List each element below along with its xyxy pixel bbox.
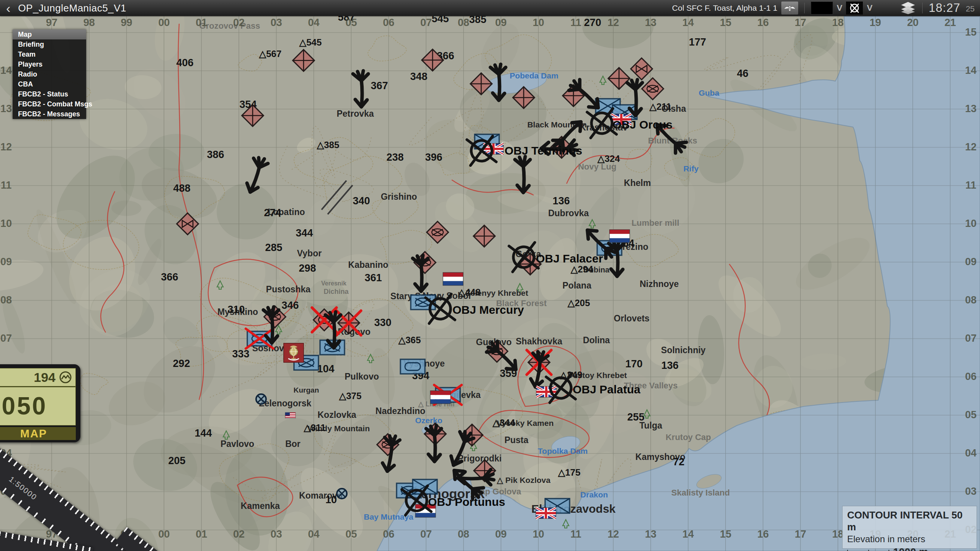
elevation-label: 298 — [299, 262, 316, 274]
elevation-label: △448 — [458, 287, 481, 297]
town-label: Nizhnoye — [640, 279, 679, 289]
elevation-label: 170 — [625, 358, 642, 370]
elevation-label: 367 — [371, 80, 388, 91]
flag-marker-us[interactable] — [285, 412, 296, 418]
elevation-label: △365 — [398, 335, 421, 345]
elevation-label: 361 — [364, 272, 382, 284]
water-label: Ozerko — [415, 416, 442, 425]
contour-interval-label: CONTOUR INTERVAL 50 m — [847, 509, 972, 533]
town-label: Kamenka — [241, 501, 280, 511]
grid-label-right: 14 — [965, 65, 977, 76]
marker-color-dropdown[interactable]: V — [837, 3, 843, 13]
grid-label-top: 03 — [271, 17, 282, 28]
menu-item-radio[interactable]: Radio — [13, 69, 86, 79]
grid-label-top: 12 — [608, 17, 619, 28]
grid-label-bottom: 03 — [271, 528, 282, 540]
menu-item-fbcb2-messages[interactable]: FBCB2 - Messages — [13, 109, 86, 119]
grid-label-bottom: 10 — [532, 528, 544, 540]
player-name: Col SFC F. Toast, Alpha 1-1 1 — [672, 3, 777, 13]
rank-insignia-icon[interactable] — [781, 2, 798, 15]
friendly-point-marker[interactable] — [256, 394, 266, 404]
grid-label-bottom: 14 — [683, 528, 694, 540]
menu-item-briefing[interactable]: Briefing — [13, 39, 86, 49]
water-label: Drakon — [580, 490, 608, 499]
gps-device: 194 6050 MAP — [0, 364, 80, 442]
objective-label: OBJ Portunus — [428, 496, 505, 508]
flag-marker-nl[interactable] — [609, 230, 630, 243]
minor-label: Veresnik — [321, 280, 346, 287]
water-label: Rify — [683, 164, 699, 173]
elevation-label: 238 — [386, 152, 403, 163]
elevation-label: △344 — [492, 417, 515, 428]
elevation-units-label: Elevation in meters — [847, 534, 972, 544]
flag-marker-uk[interactable] — [536, 508, 556, 518]
elevation-label: 72 — [673, 456, 684, 468]
grid-label-top: 06 — [383, 17, 394, 28]
grid-label-bottom: 11 — [570, 528, 581, 540]
grid-label-top: 10 — [532, 17, 544, 28]
grid-label-right: 06 — [965, 371, 977, 382]
friendly-unit-marker[interactable] — [413, 479, 437, 494]
marker-type-dropdown[interactable]: V — [867, 3, 872, 13]
back-icon[interactable]: ‹ — [6, 1, 10, 15]
grid-label-left: 10 — [0, 218, 12, 229]
marker-color-swatch[interactable] — [811, 2, 833, 15]
elevation-label: 346 — [281, 300, 299, 311]
flag-marker-usmc[interactable] — [284, 343, 304, 362]
grid-label-left: 14 — [0, 65, 12, 76]
elevation-label: △385 — [317, 140, 340, 150]
terrain-icon — [59, 370, 72, 384]
town-label: Kozlovka — [318, 410, 356, 420]
scale-bar-label: 1000 m — [893, 548, 928, 551]
grid-label-top: 19 — [870, 17, 881, 28]
menu-item-cba[interactable]: CBA — [13, 79, 86, 89]
divider — [922, 3, 923, 13]
minor-label: Grozovov Pass — [199, 21, 260, 31]
elevation-label: 348 — [410, 71, 427, 82]
grid-label-top: 99 — [121, 17, 132, 28]
flag-marker-nl[interactable] — [443, 272, 463, 285]
grid-label-top: 08 — [458, 17, 469, 28]
grid-label-bottom: 16 — [757, 528, 769, 540]
friendly-unit-marker[interactable] — [400, 359, 425, 374]
grid-label-top: 97 — [46, 17, 57, 28]
grid-label-right: 03 — [965, 486, 977, 497]
menu-item-fbcb2-combat-msgs[interactable]: FBCB2 - Combat Msgs — [13, 99, 86, 109]
minor-label: Krutoy Cap — [666, 432, 711, 442]
grid-label-right: 08 — [965, 294, 977, 306]
town-label: Khelm — [624, 178, 651, 188]
layers-icon[interactable] — [900, 2, 916, 15]
grid-label-bottom: 13 — [645, 528, 657, 540]
menu-item-fbcb2-status[interactable]: FBCB2 - Status — [13, 89, 86, 99]
grid-label-bottom: 05 — [345, 528, 357, 540]
town-label: Vybor — [297, 248, 322, 258]
grid-label-bottom: 09 — [495, 528, 507, 540]
elevation-label: 10 — [325, 494, 337, 505]
elevation-label: 488 — [173, 183, 190, 194]
elevation-label: 144 — [194, 427, 212, 439]
elevation-label: △205 — [567, 298, 590, 308]
gps-map-button[interactable]: MAP — [20, 427, 47, 440]
friendly-point-marker[interactable] — [337, 489, 347, 499]
objective-label: OBJ Mercury — [452, 303, 524, 316]
water-label: Pobeda Dam — [510, 71, 558, 80]
town-label: Pustoshka — [266, 284, 311, 294]
town-label: Polana — [562, 280, 591, 290]
menu-item-players[interactable]: Players — [13, 59, 86, 69]
marker-type-box[interactable] — [846, 2, 863, 15]
grid-label-top: 98 — [83, 17, 95, 28]
elevation-label: △375 — [339, 391, 362, 401]
grid-label-right: 15 — [965, 26, 977, 38]
map[interactable]: PetrovkaGrishinoVyborKabaninoPustoshkaMy… — [0, 0, 980, 551]
menu-item-team[interactable]: Team — [13, 49, 86, 59]
town-label: Pusta — [505, 435, 529, 445]
grid-label-right: 04 — [965, 447, 977, 459]
menu-item-map[interactable]: Map — [13, 29, 86, 39]
grid-label-right: 13 — [965, 103, 977, 114]
flag-marker-nl[interactable] — [430, 391, 451, 404]
elevation-label: 310 — [227, 304, 245, 315]
grid-label-top: 18 — [832, 17, 844, 28]
map-canvas[interactable]: PetrovkaGrishinoVyborKabaninoPustoshkaMy… — [0, 0, 980, 551]
minor-label: Lumber mill — [632, 218, 679, 228]
elevation-label: 344 — [296, 227, 313, 239]
